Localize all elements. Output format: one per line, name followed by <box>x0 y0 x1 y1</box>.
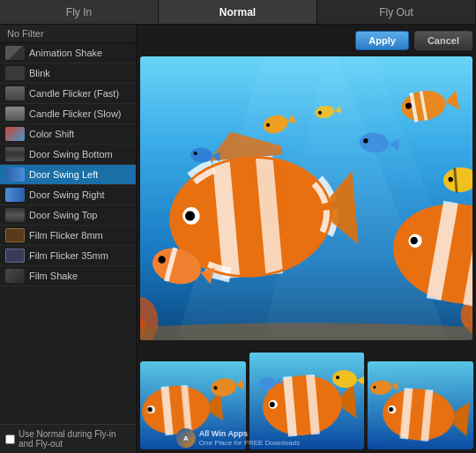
tab-bar: Fly In Normal Fly Out <box>0 0 476 25</box>
svg-line-63 <box>287 376 293 436</box>
use-normal-label[interactable]: Use Normal during Fly-in and Fly-out <box>5 429 130 449</box>
filter-icon-candle-fast <box>5 86 25 100</box>
filter-name-candle-fast: Candle Flicker (Fast) <box>29 88 119 99</box>
svg-line-25 <box>221 160 232 278</box>
filter-name-color-shift: Color Shift <box>29 129 74 139</box>
content-area: No Filter Animation Shake Blink <box>0 25 476 453</box>
filter-name-film-8mm: Film Flicker 8mm <box>29 230 103 241</box>
preview-panel: Apply Cancel <box>137 25 476 453</box>
filter-icon-door-top <box>5 208 25 222</box>
filter-panel-bottom: Use Normal during Fly-in and Fly-out <box>0 424 136 453</box>
no-filter-label: No Filter <box>0 25 136 43</box>
main-preview-image <box>140 56 472 340</box>
tab-normal[interactable]: Normal <box>159 0 317 24</box>
filter-icon-door-bottom <box>5 147 25 161</box>
tab-fly-out[interactable]: Fly Out <box>317 0 476 24</box>
filter-icon-door-left <box>5 167 25 182</box>
filter-panel: No Filter Animation Shake Blink <box>0 25 137 453</box>
filter-icon-animation-shake <box>5 46 25 60</box>
watermark-logo-text: A <box>183 434 189 442</box>
filter-animation-shake[interactable]: Animation Shake <box>0 43 136 63</box>
main-preview <box>140 56 472 340</box>
watermark: A All Win Apps One Place for FREE Downlo… <box>176 428 300 448</box>
watermark-text-block: All Win Apps One Place for FREE Download… <box>199 429 300 447</box>
filter-icon-film-8mm <box>5 228 25 242</box>
svg-line-64 <box>310 375 316 434</box>
watermark-tagline: One Place for FREE Downloads <box>199 439 300 448</box>
svg-line-76 <box>425 390 429 441</box>
filter-name-film-shake: Film Shake <box>29 271 78 281</box>
action-bar: Apply Cancel <box>140 28 472 53</box>
svg-point-10 <box>140 323 472 340</box>
use-normal-checkbox[interactable] <box>5 434 15 444</box>
filter-name-blink: Blink <box>29 68 50 78</box>
filter-name-door-left: Door Swing Left <box>29 169 98 180</box>
svg-line-75 <box>404 388 408 438</box>
tab-fly-in[interactable]: Fly In <box>0 0 159 24</box>
thumbnail-3-image <box>368 361 473 449</box>
filter-name-candle-slow: Candle Flicker (Slow) <box>29 108 122 119</box>
filter-film-35mm[interactable]: Film Flicker 35mm <box>0 246 136 266</box>
filter-film-8mm[interactable]: Film Flicker 8mm <box>0 226 136 246</box>
filter-icon-color-shift <box>5 127 25 141</box>
filter-door-top[interactable]: Door Swing Top <box>0 205 136 226</box>
svg-line-26 <box>264 156 275 274</box>
filter-door-left[interactable]: Door Swing Left <box>0 165 136 185</box>
filter-icon-film-35mm <box>5 249 25 263</box>
filter-icon-blink <box>5 66 25 80</box>
main-container: Fly In Normal Fly Out No Filter Animatio… <box>0 0 476 453</box>
filter-icon-film-shake <box>5 269 25 283</box>
filter-color-shift[interactable]: Color Shift <box>0 124 136 145</box>
filter-candle-fast[interactable]: Candle Flicker (Fast) <box>0 84 136 104</box>
filter-film-shake[interactable]: Film Shake <box>0 266 136 286</box>
filter-blink[interactable]: Blink <box>0 63 136 84</box>
svg-line-53 <box>165 387 169 435</box>
filter-icon-candle-slow <box>5 107 25 121</box>
watermark-logo-circle: A <box>176 428 196 448</box>
svg-line-54 <box>184 385 189 433</box>
filter-door-bottom[interactable]: Door Swing Bottom <box>0 145 136 165</box>
filter-name-door-right: Door Swing Right <box>29 189 105 200</box>
thumbnail-3[interactable] <box>368 361 473 449</box>
watermark-site-name: All Win Apps <box>199 429 300 439</box>
filter-icon-door-right <box>5 188 25 202</box>
filter-list: Animation Shake Blink Candle Flicker (Fa… <box>0 43 136 424</box>
apply-button[interactable]: Apply <box>355 31 409 50</box>
filter-door-right[interactable]: Door Swing Right <box>0 185 136 205</box>
cancel-button[interactable]: Cancel <box>414 31 472 50</box>
filter-name-door-bottom: Door Swing Bottom <box>29 149 113 160</box>
filter-candle-slow[interactable]: Candle Flicker (Slow) <box>0 104 136 124</box>
filter-name-animation-shake: Animation Shake <box>29 48 102 58</box>
filter-name-door-top: Door Swing Top <box>29 210 97 220</box>
filter-name-film-35mm: Film Flicker 35mm <box>29 250 108 261</box>
